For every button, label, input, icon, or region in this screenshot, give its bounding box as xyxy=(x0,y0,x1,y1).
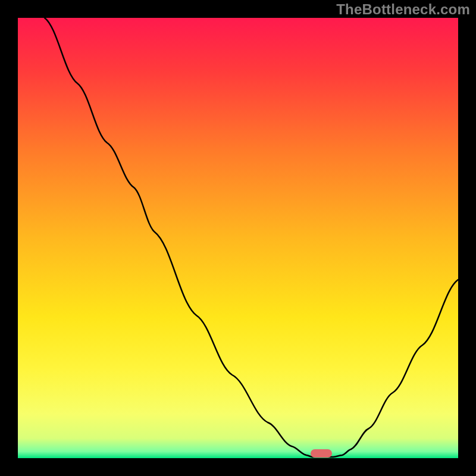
watermark-label: TheBottleneck.com xyxy=(336,1,470,18)
optimum-marker xyxy=(311,449,332,458)
chart-frame: TheBottleneck.com xyxy=(0,0,476,476)
plot-area xyxy=(18,18,458,458)
bottleneck-curve xyxy=(18,18,458,458)
